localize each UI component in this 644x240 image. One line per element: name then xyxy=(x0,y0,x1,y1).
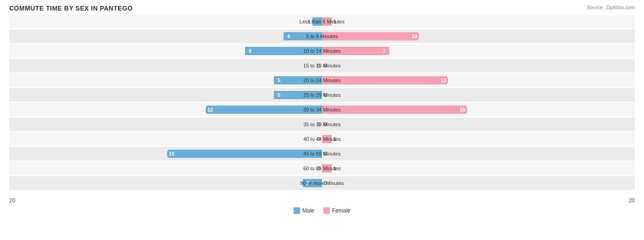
female-value: 10 xyxy=(410,33,419,39)
female-value: 0 xyxy=(324,63,327,68)
legend: Male Female xyxy=(9,207,635,214)
male-value: 8 xyxy=(247,48,253,54)
axis-bottom: 20 20 xyxy=(9,197,635,204)
female-value: 0 xyxy=(324,180,327,186)
male-value: 0 xyxy=(317,166,320,171)
male-value: 16 xyxy=(167,151,176,157)
female-bar xyxy=(322,47,389,55)
female-bar xyxy=(322,106,466,114)
female-value: 1 xyxy=(333,136,336,142)
female-value: 0 xyxy=(324,122,327,127)
male-value: 0 xyxy=(317,122,320,127)
male-bar xyxy=(245,47,322,55)
chart-row: 25 to 29 Minutes50 xyxy=(9,88,635,102)
female-value: 1 xyxy=(333,19,336,24)
female-bar xyxy=(322,76,447,84)
chart-area: Less than 5 Minutes115 to 9 Minutes41010… xyxy=(9,15,635,194)
chart-container: COMMUTE TIME BY SEX IN PANTEGO Source: Z… xyxy=(0,0,644,240)
female-value: 15 xyxy=(458,106,467,113)
chart-row: 15 to 19 Minutes00 xyxy=(9,59,635,73)
female-bar xyxy=(322,135,332,143)
source-text: Source: ZipAtlas.com xyxy=(587,5,635,10)
chart-row: 40 to 44 Minutes01 xyxy=(9,132,635,146)
male-value: 0 xyxy=(317,136,320,142)
female-value: 0 xyxy=(324,151,327,156)
male-value: 0 xyxy=(317,63,320,68)
male-value: 1 xyxy=(308,19,311,24)
male-value: 5 xyxy=(276,77,282,84)
row-label: 35 to 39 Minutes xyxy=(303,122,340,127)
male-value: 12 xyxy=(206,106,215,113)
female-value: 7 xyxy=(381,48,387,54)
female-value: 13 xyxy=(439,77,448,84)
axis-left-label: 20 xyxy=(9,197,15,204)
male-bar xyxy=(168,150,322,158)
chart-row: 5 to 9 Minutes410 xyxy=(9,29,635,43)
female-bar xyxy=(322,164,332,173)
legend-female: Female xyxy=(323,207,350,214)
chart-row: 30 to 34 Minutes1215 xyxy=(9,103,635,117)
female-bar xyxy=(322,32,418,40)
male-value: 5 xyxy=(276,92,282,98)
male-value: 2 xyxy=(305,180,311,186)
chart-row: 10 to 14 Minutes87 xyxy=(9,44,635,58)
male-color-box xyxy=(294,207,300,214)
chart-row: 60 to 89 Minutes01 xyxy=(9,162,635,175)
chart-row: 20 to 24 Minutes513 xyxy=(9,73,635,87)
female-color-box xyxy=(323,207,330,214)
row-label: 15 to 19 Minutes xyxy=(303,63,340,68)
chart-title: COMMUTE TIME BY SEX IN PANTEGO xyxy=(9,5,635,12)
chart-row: 35 to 39 Minutes00 xyxy=(9,117,635,131)
male-label: Male xyxy=(302,207,314,214)
male-value: 4 xyxy=(285,33,292,39)
male-bar xyxy=(207,106,322,114)
female-bar xyxy=(322,17,332,26)
chart-row: 45 to 59 Minutes160 xyxy=(9,147,635,161)
chart-row: Less than 5 Minutes11 xyxy=(9,15,635,28)
chart-row: 90 or more Minutes20 xyxy=(9,176,635,190)
male-bar xyxy=(312,17,322,26)
legend-male: Male xyxy=(294,207,314,214)
female-value: 1 xyxy=(333,166,336,171)
axis-right-label: 20 xyxy=(629,197,635,204)
female-value: 0 xyxy=(324,92,327,98)
female-label: Female xyxy=(332,207,350,214)
